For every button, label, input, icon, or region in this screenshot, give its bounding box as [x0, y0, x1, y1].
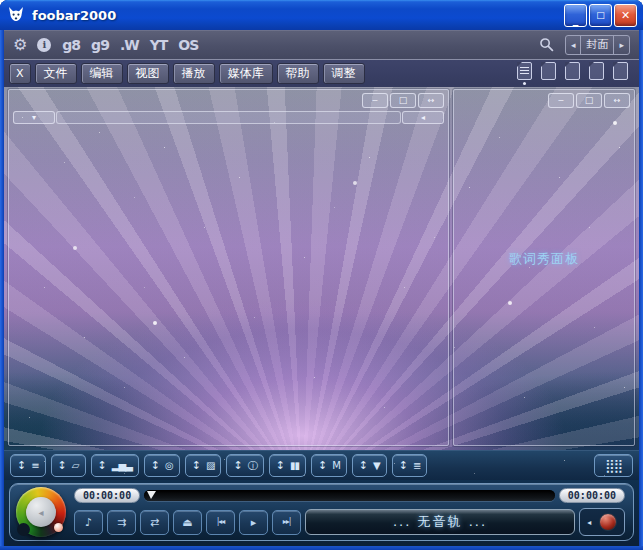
panel-expand-button[interactable]: ↔: [418, 93, 444, 108]
vu-meter-icon: ▮▮: [290, 461, 299, 471]
player-panel: ◂ 00:00:00 00:00:00 ♪ ⇉ ⇄ ⏏ |◂◂: [9, 483, 634, 541]
window-border-left: [0, 30, 4, 550]
knob-indicator-dot: [54, 523, 63, 532]
menu-help[interactable]: 帮助: [277, 63, 319, 84]
updown-icon: ↕: [17, 460, 26, 471]
panel-minimize-button[interactable]: ─: [548, 93, 574, 108]
scroll-left-button[interactable]: ◂: [402, 111, 444, 124]
foobar2000-window: foobar2000 _ □ ✕ ⚙ i g8 g9 .W YT OS ◂ 封面: [0, 0, 643, 550]
main-wallpaper-area: ─ □ ↔ ▾ ◂ ─ □ ↔ 歌词秀面板: [4, 87, 639, 450]
toggle-spiral-vis[interactable]: ↕◎: [144, 454, 180, 477]
web-toolbar: ⚙ i g8 g9 .W YT OS ◂ 封面 ▸: [4, 30, 639, 60]
starfield-bright: [4, 87, 6, 89]
google-images-icon[interactable]: g9: [91, 38, 109, 52]
playlist-view-icon: ≣: [413, 461, 420, 471]
lyrics-panel[interactable]: ─ □ ↔ 歌词秀面板: [453, 89, 635, 446]
toggle-filter[interactable]: ↕▼: [352, 454, 387, 477]
playlist-tab-icon[interactable]: [589, 62, 604, 80]
seek-thumb[interactable]: [147, 491, 156, 499]
volume-flyout[interactable]: ◂: [579, 508, 625, 536]
updown-icon: ↕: [233, 460, 242, 471]
scroll-dropdown-button[interactable]: ▾: [13, 111, 55, 124]
playlist-tab-icon[interactable]: [565, 62, 580, 80]
close-button[interactable]: ✕: [614, 4, 637, 27]
cover-prev-button[interactable]: ◂: [566, 36, 581, 54]
foobar2000-logo-icon: [6, 5, 26, 25]
playlist-tab-icon[interactable]: [517, 62, 532, 80]
menu-adjust[interactable]: 调整: [323, 63, 365, 84]
cover-next-button[interactable]: ▸: [613, 36, 629, 54]
volume-arrow-icon: ◂: [587, 518, 591, 527]
search-icon[interactable]: [539, 37, 554, 52]
playback-order-button[interactable]: ⇉: [107, 510, 136, 535]
toggle-peak-meter[interactable]: ↕M: [311, 454, 347, 477]
previous-button[interactable]: |◂◂: [206, 510, 235, 535]
matrix-view-button[interactable]: ⣿⣿: [594, 454, 633, 477]
titlebar[interactable]: foobar2000 _ □ ✕: [0, 0, 643, 30]
window-content: ⚙ i g8 g9 .W YT OS ◂ 封面 ▸ X 文件 编辑 视图 播放: [4, 30, 639, 546]
eject-button[interactable]: ⏏: [173, 510, 202, 535]
toggle-spectrum[interactable]: ↕▂▅▃: [91, 454, 139, 477]
menu-x-button[interactable]: X: [9, 63, 31, 84]
maximize-button[interactable]: □: [589, 4, 612, 27]
menu-view[interactable]: 视图: [127, 63, 169, 84]
playlist-scrollbar: ▾ ◂: [13, 111, 444, 124]
peak-meter-icon: M: [332, 461, 340, 471]
playlist-tab-icon[interactable]: [541, 62, 556, 80]
window-border-bottom: [0, 546, 643, 550]
next-button[interactable]: ▸▸|: [272, 510, 301, 535]
window-border-right: [639, 30, 643, 550]
window-title: foobar2000: [32, 8, 558, 23]
toggle-playlist-manager[interactable]: ↕≡: [10, 454, 46, 477]
updown-icon: ↕: [359, 460, 368, 471]
starfield-bottom: [4, 451, 5, 452]
panel-maximize-button[interactable]: □: [390, 93, 416, 108]
total-time: 00:00:00: [559, 488, 625, 503]
youtube-icon[interactable]: YT: [150, 38, 168, 52]
playlist-panel[interactable]: ─ □ ↔ ▾ ◂: [8, 89, 449, 446]
updown-icon: ↕: [192, 460, 201, 471]
elapsed-time: 00:00:00: [74, 488, 140, 503]
info-icon[interactable]: i: [37, 38, 51, 52]
updown-icon: ↕: [58, 460, 67, 471]
playlist-manager-icon: ≡: [31, 461, 38, 471]
menu-edit[interactable]: 编辑: [81, 63, 123, 84]
wikipedia-icon[interactable]: .W: [120, 38, 139, 52]
spectrum-icon: ▂▅▃: [112, 461, 132, 471]
updown-icon: ↕: [318, 460, 327, 471]
menu-playback[interactable]: 播放: [173, 63, 215, 84]
menubar: X 文件 编辑 视图 播放 媒体库 帮助 调整: [4, 60, 639, 87]
menu-file[interactable]: 文件: [35, 63, 77, 84]
toggle-track-info[interactable]: ↕ⓘ: [226, 454, 263, 477]
updown-icon: ↕: [98, 460, 107, 471]
play-button[interactable]: ▸: [239, 510, 268, 535]
note-button[interactable]: ♪: [74, 510, 103, 535]
seekbar[interactable]: [144, 490, 555, 501]
updown-icon: ↕: [276, 460, 285, 471]
toggle-album-art[interactable]: ↕▨: [185, 454, 222, 477]
toggle-selection-properties[interactable]: ↕▱: [51, 454, 86, 477]
knob-pointer: ◂: [26, 497, 56, 527]
volume-knob[interactable]: ◂: [16, 487, 66, 537]
updown-icon: ↕: [399, 460, 408, 471]
allmusic-icon[interactable]: OS: [178, 38, 198, 52]
toggle-playlist-view[interactable]: ↕≣: [392, 454, 428, 477]
panel-expand-button[interactable]: ↔: [604, 93, 630, 108]
google-icon[interactable]: g8: [62, 38, 80, 52]
toggle-vu-meter[interactable]: ↕▮▮: [269, 454, 306, 477]
lyrics-panel-label: 歌词秀面板: [454, 250, 634, 268]
knob-notch: [17, 523, 30, 536]
panel-toggle-toolbar: ↕≡ ↕▱ ↕▂▅▃ ↕◎ ↕▨ ↕ⓘ ↕▮▮ ↕M ↕▼ ↕≣ ⣿⣿: [4, 450, 639, 480]
shuffle-button[interactable]: ⇄: [140, 510, 169, 535]
preferences-gear-icon[interactable]: ⚙: [13, 37, 26, 53]
playlist-tab-icon[interactable]: [613, 62, 628, 80]
track-display: ... 无音轨 ...: [305, 509, 575, 535]
menu-library[interactable]: 媒体库: [219, 63, 273, 84]
spiral-icon: ◎: [165, 461, 173, 471]
scrollbar-track[interactable]: [56, 111, 401, 124]
panel-minimize-button[interactable]: ─: [362, 93, 388, 108]
playlist-tab-strip: [517, 62, 628, 85]
minimize-button[interactable]: _: [564, 4, 587, 27]
cover-selector-label[interactable]: 封面: [580, 36, 613, 54]
panel-maximize-button[interactable]: □: [576, 93, 602, 108]
